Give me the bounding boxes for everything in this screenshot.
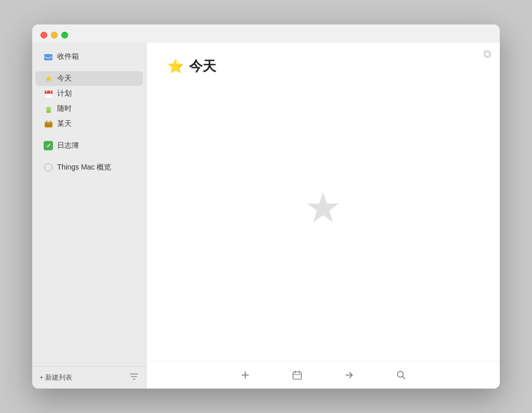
sidebar-item-inbox[interactable]: 收件箱 xyxy=(35,49,143,64)
new-list-label: + 新建列表 xyxy=(39,373,72,382)
overview-circle-icon xyxy=(44,163,53,172)
new-list-button[interactable]: + 新建列表 xyxy=(39,373,72,382)
sidebar-nav: 收件箱 ★ 今天 xyxy=(32,43,146,366)
sidebar-footer: + 新建列表 xyxy=(32,366,146,389)
svg-point-30 xyxy=(397,371,403,377)
anytime-icon xyxy=(44,104,53,113)
search-button[interactable] xyxy=(391,367,411,383)
sidebar-item-today[interactable]: ★ 今天 xyxy=(35,71,143,86)
logbook-label: 日志簿 xyxy=(57,141,79,150)
today-star-icon: ★ xyxy=(44,74,53,83)
title-text: 今天 xyxy=(189,57,216,75)
minimize-button[interactable] xyxy=(51,32,58,38)
main-header: ⭐ 今天 xyxy=(147,43,500,86)
svg-point-11 xyxy=(46,109,51,111)
inbox-icon xyxy=(44,52,53,61)
someday-icon xyxy=(44,119,53,128)
someday-label: 某天 xyxy=(57,119,72,128)
content-area: 收件箱 ★ 今天 xyxy=(32,43,500,389)
today-label: 今天 xyxy=(57,74,72,83)
svg-rect-9 xyxy=(50,91,51,92)
svg-point-12 xyxy=(46,107,51,109)
empty-state: ★ xyxy=(147,86,500,361)
close-button[interactable] xyxy=(41,32,47,38)
sidebar: 收件箱 ★ 今天 xyxy=(32,43,147,389)
add-button[interactable] xyxy=(235,367,256,383)
inbox-label: 收件箱 xyxy=(57,52,79,61)
page-title: ⭐ 今天 xyxy=(167,57,216,75)
filter-icon[interactable] xyxy=(129,373,139,382)
sidebar-item-overview[interactable]: Things Mac 概览 xyxy=(35,160,143,175)
overview-label: Things Mac 概览 xyxy=(57,163,111,172)
app-window: 收件箱 ★ 今天 xyxy=(32,24,500,389)
svg-point-10 xyxy=(46,111,51,113)
maximize-button[interactable] xyxy=(61,32,68,38)
move-button[interactable] xyxy=(339,367,360,383)
sidebar-item-anytime[interactable]: 随时 xyxy=(35,101,143,116)
sidebar-item-someday[interactable]: 某天 xyxy=(35,117,143,131)
anytime-label: 随时 xyxy=(57,104,72,113)
title-star-icon: ⭐ xyxy=(167,58,184,74)
sidebar-item-logbook[interactable]: ✓ 日志簿 xyxy=(35,138,143,153)
calendar-button[interactable] xyxy=(287,367,308,383)
traffic-lights xyxy=(41,32,68,38)
svg-rect-25 xyxy=(293,372,301,379)
empty-star-icon: ★ xyxy=(304,187,342,229)
plan-label: 计划 xyxy=(57,89,72,98)
svg-rect-8 xyxy=(46,91,47,92)
logbook-icon: ✓ xyxy=(44,141,53,150)
svg-rect-15 xyxy=(45,123,52,124)
main-toolbar xyxy=(147,361,500,389)
svg-rect-7 xyxy=(45,94,52,97)
svg-line-31 xyxy=(403,377,405,379)
title-bar xyxy=(32,24,500,43)
sidebar-item-plan[interactable]: 计划 xyxy=(35,86,143,101)
main-panel: ⭐ 今天 ★ xyxy=(147,43,500,389)
copy-icon[interactable] xyxy=(483,50,491,60)
plan-icon xyxy=(44,89,53,98)
